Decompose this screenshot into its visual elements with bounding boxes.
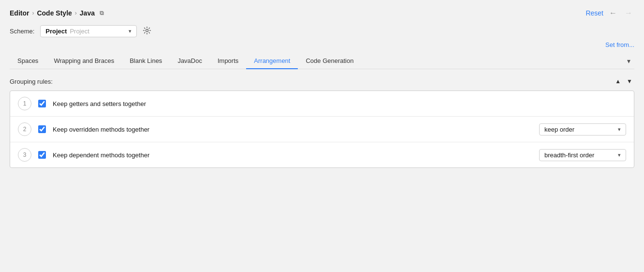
tab-spaces[interactable]: Spaces [10,53,46,69]
tab-arrangement[interactable]: Arrangement [246,53,298,69]
rule-dropdown-2-arrow: ▾ [618,126,621,133]
grouping-up-button[interactable]: ▲ [613,77,623,86]
breadcrumb: Editor › Code Style › Java ⧉ [10,9,104,17]
table-row: 2 Keep overridden methods together keep … [10,117,634,142]
rule-label-3: Keep dependent methods together [53,151,532,159]
rule-dropdown-3-value: breadth-first order [544,151,594,159]
breadcrumb-code-style: Code Style [37,9,72,17]
rule-number-3: 3 [18,148,31,162]
rule-dropdown-3[interactable]: breadth-first order ▾ [539,149,626,161]
copy-icon[interactable]: ⧉ [100,10,104,16]
tab-imports[interactable]: Imports [210,53,246,69]
scheme-label: Scheme: [10,28,34,35]
rule-label-1: Keep getters and setters together [53,100,626,107]
reset-button[interactable]: Reset [585,9,603,17]
back-button[interactable]: ← [607,8,619,18]
tab-overflow-button[interactable]: ▾ [623,55,634,67]
grouping-title: Grouping rules: [10,78,53,85]
tabs-container: Spaces Wrapping and Braces Blank Lines J… [10,53,634,69]
rule-label-2: Keep overridden methods together [53,126,532,133]
scheme-value-bold: Project [45,28,67,35]
set-from-row: Set from... [10,41,634,48]
rule-dropdown-2[interactable]: keep order ▾ [539,123,626,136]
rule-checkbox-1[interactable] [38,100,46,107]
grouping-header: Grouping rules: ▲ ▼ [10,77,634,86]
rule-number-2: 2 [18,122,31,136]
app-container: Editor › Code Style › Java ⧉ Reset ← → S… [0,0,644,272]
tab-blank-lines[interactable]: Blank Lines [122,53,170,69]
grouping-down-button[interactable]: ▼ [625,77,634,86]
svg-point-0 [146,29,148,31]
scheme-dropdown-arrow: ▾ [129,28,132,34]
tab-javadoc[interactable]: JavaDoc [170,53,210,69]
rule-checkbox-2[interactable] [38,125,46,133]
breadcrumb-java: Java [80,9,95,17]
rule-checkbox-3[interactable] [38,151,46,159]
gear-button[interactable] [143,26,151,37]
header-actions: Reset ← → [585,8,634,18]
tab-wrapping[interactable]: Wrapping and Braces [46,53,122,69]
rules-table: 1 Keep getters and setters together 2 Ke… [10,91,634,168]
table-row: 3 Keep dependent methods together breadt… [10,142,634,167]
table-row: 1 Keep getters and setters together [10,91,634,117]
header: Editor › Code Style › Java ⧉ Reset ← → [10,8,634,18]
scheme-select[interactable]: Project Project ▾ [40,25,137,37]
rule-dropdown-2-value: keep order [544,126,574,133]
breadcrumb-sep-1: › [32,10,34,16]
scheme-value-placeholder: Project [70,28,89,35]
scheme-row: Scheme: Project Project ▾ [10,25,634,37]
content-panel: Grouping rules: ▲ ▼ 1 Keep getters and s… [10,77,634,168]
forward-button[interactable]: → [623,8,634,18]
rule-number-1: 1 [18,97,31,110]
rule-dropdown-3-arrow: ▾ [618,152,621,158]
breadcrumb-editor: Editor [10,9,29,17]
breadcrumb-sep-2: › [75,10,77,16]
grouping-arrows: ▲ ▼ [613,77,634,86]
tab-code-generation[interactable]: Code Generation [298,53,361,69]
set-from-button[interactable]: Set from... [605,41,634,48]
gear-icon [143,26,151,35]
